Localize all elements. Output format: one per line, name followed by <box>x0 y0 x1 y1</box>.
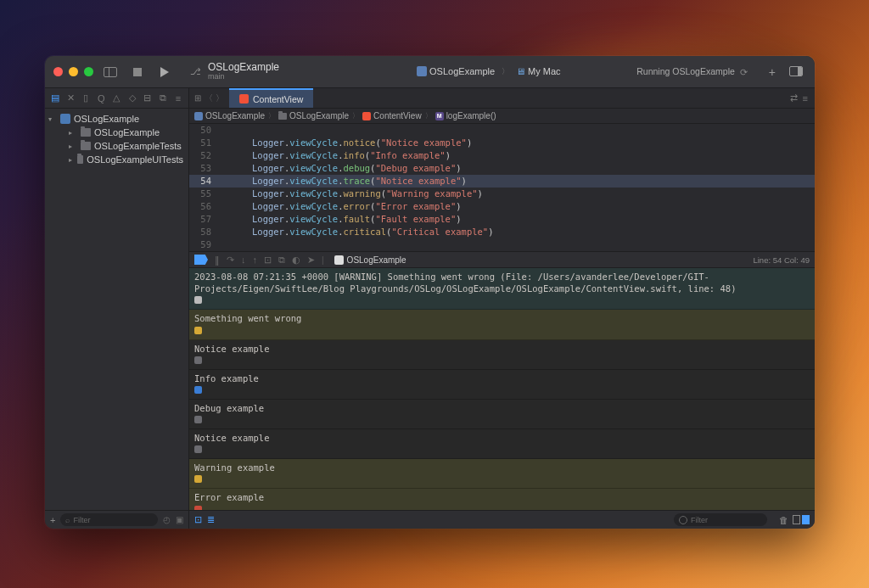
tree-item[interactable]: ▸ OSLogExample <box>45 126 188 139</box>
navigator-filter-field[interactable]: ⌕ Filter <box>60 513 158 526</box>
minimize-button[interactable] <box>69 67 78 76</box>
debug-navigator-tab[interactable]: ⊟ <box>143 92 153 104</box>
process-selector[interactable]: OSLogExample <box>334 255 406 265</box>
line-number: 57 <box>189 213 218 226</box>
issue-navigator-tab[interactable]: △ <box>111 92 121 104</box>
log-level-icon <box>194 416 202 423</box>
variables-view-button[interactable]: ⊡ <box>194 514 202 525</box>
tree-root-label: OSLogExample <box>74 114 139 124</box>
breakpoints-toggle[interactable] <box>194 255 208 265</box>
memory-graph-button[interactable]: ⧉ <box>278 255 285 266</box>
activity-status: Running OSLogExample ⟳ <box>636 66 748 76</box>
related-items-button[interactable]: ⊞ <box>194 93 201 103</box>
code-line[interactable]: 50 <box>189 124 815 137</box>
console-entry[interactable]: Info example <box>189 370 815 400</box>
chevron-icon: 〉 <box>268 111 275 120</box>
line-number: 53 <box>189 162 218 175</box>
code-line[interactable]: 52Logger.viewCycle.info("Info example") <box>189 149 815 162</box>
console-entry[interactable]: Notice example <box>189 429 815 459</box>
test-navigator-tab[interactable]: ◇ <box>127 92 137 104</box>
stop-button[interactable] <box>127 62 148 82</box>
location-button[interactable]: ➤ <box>307 255 315 266</box>
panel-icon <box>789 66 803 76</box>
console-entry[interactable]: Notice example <box>189 340 815 370</box>
code-line[interactable]: 51Logger.viewCycle.notice("Notice exampl… <box>189 137 815 149</box>
code-content <box>218 238 252 251</box>
console-filter-field[interactable]: Filter <box>674 513 767 526</box>
console-entry[interactable]: Something went wrong <box>189 310 815 339</box>
trash-button[interactable]: 🗑 <box>779 515 788 525</box>
code-line[interactable]: 59 <box>189 238 815 251</box>
library-button[interactable] <box>786 65 806 79</box>
console-entry[interactable]: Warning example <box>189 459 815 489</box>
code-line[interactable]: 54Logger.viewCycle.trace("Notice example… <box>189 175 815 188</box>
source-editor[interactable]: 5051Logger.viewCycle.notice("Notice exam… <box>189 124 815 251</box>
jump-seg: ContentView <box>373 111 422 120</box>
bookmarks-navigator-tab[interactable]: ▯ <box>81 92 91 104</box>
line-number: 54 <box>189 175 218 188</box>
play-icon <box>160 67 169 77</box>
line-number: 55 <box>189 188 218 200</box>
code-line[interactable]: 57Logger.viewCycle.fault("Fault example"… <box>189 213 815 226</box>
tree-root[interactable]: ▾ OSLogExample <box>45 112 188 126</box>
step-into-button[interactable]: ↓ <box>241 255 246 265</box>
step-over-button[interactable]: ↷ <box>227 255 234 266</box>
close-button[interactable] <box>53 67 63 76</box>
debug-view-button[interactable]: ⊡ <box>264 255 272 266</box>
code-line[interactable]: 53Logger.viewCycle.debug("Debug example"… <box>189 162 815 175</box>
disclosure-triangle[interactable]: ▸ <box>69 129 77 137</box>
console-pane-toggle[interactable] <box>802 515 810 524</box>
split-toggle[interactable] <box>793 515 810 525</box>
minimap-button[interactable]: ⇄ <box>790 92 798 104</box>
line-number: 56 <box>189 200 218 213</box>
code-content <box>218 124 252 137</box>
report-navigator-tab[interactable]: ≡ <box>173 92 183 104</box>
console-message: Notice example <box>194 432 810 444</box>
breakpoint-navigator-tab[interactable]: ⧉ <box>158 92 168 104</box>
branch-name: main <box>208 73 279 81</box>
run-button[interactable] <box>154 62 175 82</box>
code-line[interactable]: 56Logger.viewCycle.error("Error example"… <box>189 200 815 213</box>
nav-back-button[interactable]: 〈 <box>205 92 213 104</box>
add-file-button[interactable]: + <box>50 515 55 525</box>
xcode-window: ⎇ OSLogExample main OSLogExample 〉 🖥My M… <box>45 56 815 529</box>
scheme-project[interactable]: OSLogExample main <box>208 62 279 81</box>
nav-forward-button[interactable]: 〉 <box>216 92 224 104</box>
editor-options-button[interactable]: ≡ <box>803 93 808 104</box>
console-view-button[interactable]: ≣ <box>207 514 215 525</box>
scheme-selector[interactable]: OSLogExample 〉 🖥My Mac <box>413 64 564 78</box>
tree-item-label: OSLogExampleUITests <box>87 154 183 165</box>
find-navigator-tab[interactable]: Q <box>96 92 106 104</box>
destination: My Mac <box>528 66 561 76</box>
code-content: Logger.viewCycle.error("Error example") <box>218 200 462 213</box>
console-message: Info example <box>194 372 810 384</box>
scm-filter-button[interactable]: ▣ <box>176 515 183 524</box>
console-entry[interactable]: Error example <box>189 489 815 510</box>
env-overrides-button[interactable]: ◐ <box>292 255 300 266</box>
tree-item[interactable]: ▸ OSLogExampleUITests <box>45 153 188 166</box>
code-content: Logger.viewCycle.debug("Debug example") <box>218 162 462 175</box>
recent-filter-button[interactable]: ◴ <box>163 515 171 524</box>
tree-item[interactable]: ▸ OSLogExampleTests <box>45 139 188 153</box>
line-number: 59 <box>189 238 218 251</box>
disclosure-triangle[interactable]: ▸ <box>69 143 77 150</box>
zoom-button[interactable] <box>84 67 93 76</box>
jump-bar[interactable]: OSLogExample 〉 OSLogExample 〉 ContentVie… <box>189 109 815 124</box>
disclosure-triangle[interactable]: ▸ <box>69 156 74 164</box>
disclosure-triangle[interactable]: ▾ <box>48 115 57 123</box>
editor-tab[interactable]: ContentView <box>229 88 313 108</box>
sourcecontrol-navigator-tab[interactable]: ✕ <box>65 92 76 104</box>
jump-seg: OSLogExample <box>205 111 265 120</box>
variables-pane-toggle[interactable] <box>793 515 800 524</box>
console[interactable]: 2023-08-08 07:21:35 +0000 [WARNING] Some… <box>189 268 815 510</box>
code-line[interactable]: 55Logger.viewCycle.warning("Warning exam… <box>189 188 815 200</box>
project-navigator-tab[interactable]: ▤ <box>50 92 60 104</box>
sidebar-toggle-button[interactable] <box>100 62 121 82</box>
code-line[interactable]: 58Logger.viewCycle.critical("Critical ex… <box>189 226 815 238</box>
step-out-button[interactable]: ↑ <box>253 255 258 265</box>
console-entry[interactable]: Debug example <box>189 400 815 429</box>
tree-item-label: OSLogExampleTests <box>94 141 182 151</box>
console-entry[interactable]: 2023-08-08 07:21:35 +0000 [WARNING] Some… <box>189 268 815 310</box>
pause-button[interactable]: ‖ <box>215 255 220 266</box>
add-editor-button[interactable]: + <box>765 65 779 79</box>
